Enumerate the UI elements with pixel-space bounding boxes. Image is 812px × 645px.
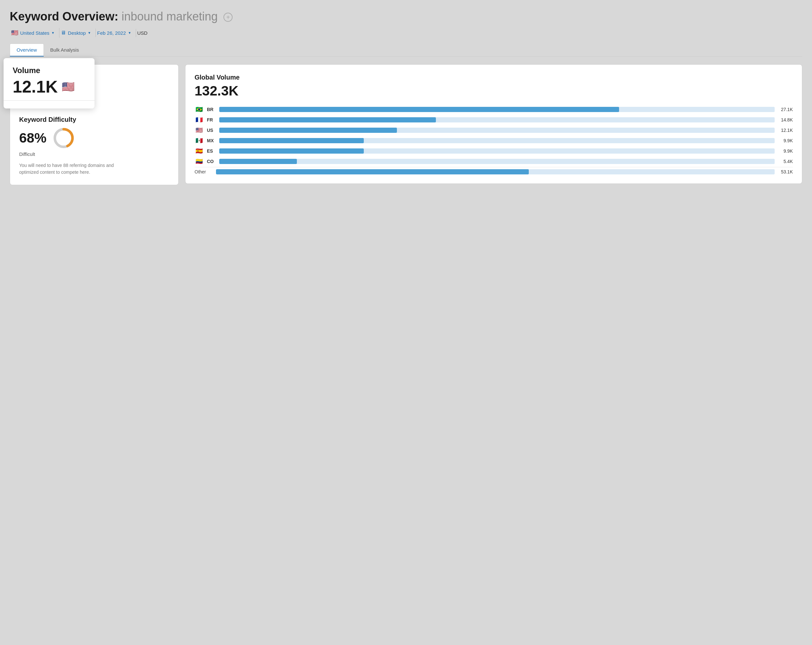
country-row: 🇨🇴 CO 5.4K <box>195 158 793 165</box>
tab-bulk-analysis[interactable]: Bulk Analysis <box>44 44 85 56</box>
country-code-mx: MX <box>207 138 216 143</box>
volume-popup-value: 12.1K 🇺🇸 <box>13 77 84 96</box>
currency-display: USD <box>136 29 153 37</box>
bar-track-es <box>219 148 775 154</box>
bar-track-co <box>219 159 775 164</box>
country-flag-mx: 🇲🇽 <box>195 137 204 144</box>
page-title: Keyword Overview: inbound marketing + <box>10 10 802 23</box>
kd-description: You will need to have 88 referring domai… <box>19 162 117 176</box>
date-chevron-icon: ▾ <box>129 30 131 35</box>
tab-overview[interactable]: Overview <box>10 44 44 56</box>
country-value-br: 27.1K <box>778 107 793 112</box>
bar-track-fr <box>219 117 775 122</box>
other-divider <box>195 167 793 167</box>
country-row: 🇲🇽 MX 9.9K <box>195 137 793 144</box>
other-value: 53.1K <box>778 169 793 174</box>
country-flag-fr: 🇫🇷 <box>195 116 204 124</box>
country-value-fr: 14.8K <box>778 117 793 122</box>
country-value-co: 5.4K <box>778 159 793 164</box>
donut-svg <box>52 127 75 149</box>
country-flag: 🇺🇸 <box>11 29 18 37</box>
title-static-part: Keyword Overview: <box>10 10 118 23</box>
country-code-fr: FR <box>207 117 216 122</box>
country-label: United States <box>20 30 49 36</box>
other-bar-track <box>216 169 775 174</box>
kd-value-row: 68% <box>19 127 169 149</box>
country-flag-us: 🇺🇸 <box>195 127 204 134</box>
kd-difficulty-label: Difficult <box>19 151 169 157</box>
currency-label: USD <box>137 30 148 36</box>
page-header: Keyword Overview: inbound marketing + 🇺🇸… <box>10 10 802 56</box>
other-bar-fill <box>216 169 529 174</box>
country-code-co: CO <box>207 159 216 164</box>
bar-track-mx <box>219 138 775 143</box>
global-volume-card: Global Volume 132.3K 🇧🇷 BR 27.1K 🇫🇷 FR 1… <box>185 64 802 184</box>
country-code-br: BR <box>207 107 216 112</box>
global-volume-value: 132.3K <box>195 83 793 99</box>
country-row: 🇪🇸 ES 9.9K <box>195 148 793 155</box>
tabs-bar: Overview Bulk Analysis <box>10 44 802 56</box>
keyword-part: inbound marketing <box>122 10 218 23</box>
kd-label: Keyword Difficulty <box>19 116 169 124</box>
volume-flag: 🇺🇸 <box>62 81 75 93</box>
device-chevron-icon: ▾ <box>89 30 90 35</box>
kd-donut <box>52 127 75 149</box>
volume-kd-card: Volume 12.1K 🇺🇸 Keyword Difficulty 68% D… <box>10 64 179 185</box>
country-value-es: 9.9K <box>778 148 793 154</box>
country-value-us: 12.1K <box>778 128 793 133</box>
date-filter[interactable]: Feb 26, 2022 ▾ <box>96 29 136 37</box>
country-chevron-icon: ▾ <box>52 30 54 35</box>
filters-bar: 🇺🇸 United States ▾ 🖥 Desktop ▾ Feb 26, 2… <box>10 28 802 38</box>
device-filter[interactable]: 🖥 Desktop ▾ <box>60 29 96 37</box>
add-keyword-button[interactable]: + <box>223 13 232 22</box>
device-label: Desktop <box>68 30 86 36</box>
volume-popup-title: Volume <box>13 66 84 75</box>
bar-fill-fr <box>219 117 436 122</box>
bar-fill-mx <box>219 138 364 143</box>
country-flag-br: 🇧🇷 <box>195 106 204 113</box>
country-value-mx: 9.9K <box>778 138 793 143</box>
country-filter[interactable]: 🇺🇸 United States ▾ <box>10 28 60 38</box>
bar-fill-es <box>219 148 364 154</box>
bar-fill-us <box>219 128 397 133</box>
country-flag-co: 🇨🇴 <box>195 158 204 165</box>
global-volume-label: Global Volume <box>195 74 793 81</box>
country-flag-es: 🇪🇸 <box>195 148 204 155</box>
country-row: 🇺🇸 US 12.1K <box>195 127 793 134</box>
bar-fill-br <box>219 107 619 112</box>
date-label: Feb 26, 2022 <box>97 30 126 36</box>
bar-fill-co <box>219 159 297 164</box>
bar-track-us <box>219 128 775 133</box>
cards-row: Volume 12.1K 🇺🇸 Keyword Difficulty 68% D… <box>10 64 802 185</box>
country-code-es: ES <box>207 148 216 154</box>
country-row: 🇧🇷 BR 27.1K <box>195 106 793 113</box>
device-icon: 🖥 <box>61 30 66 36</box>
other-label: Other <box>195 169 213 174</box>
volume-popup: Volume 12.1K 🇺🇸 <box>3 58 95 108</box>
country-code-us: US <box>207 128 216 133</box>
kd-value: 68% <box>19 130 46 146</box>
bar-track-br <box>219 107 775 112</box>
other-row: Other 53.1K <box>195 169 793 174</box>
country-rows: 🇧🇷 BR 27.1K 🇫🇷 FR 14.8K 🇺🇸 US 12.1K 🇲🇽 M… <box>195 106 793 165</box>
country-row: 🇫🇷 FR 14.8K <box>195 116 793 124</box>
